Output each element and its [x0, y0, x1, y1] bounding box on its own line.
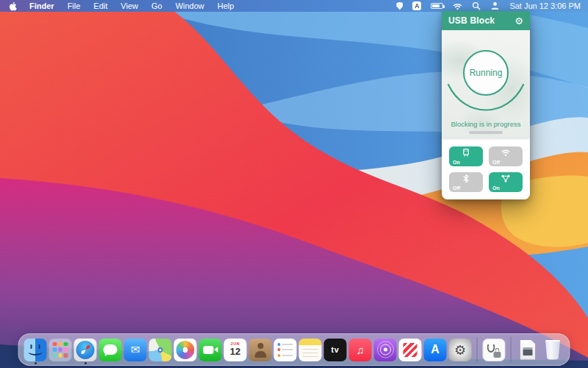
usb-block-status-panel: Running Blocking is in progress: [442, 30, 530, 138]
menu-bar-status: A Sat Jun 12 3: [396, 1, 581, 10]
desktop: Finder File Edit View Go Window Help A: [0, 0, 588, 368]
status-arc: [445, 83, 526, 117]
window-title: USB Block: [448, 15, 495, 26]
dock-item-contacts[interactable]: [249, 339, 272, 361]
dock-item-mail[interactable]: ✉: [124, 339, 147, 361]
dock-item-facetime[interactable]: [199, 339, 222, 361]
battery-icon[interactable]: [431, 3, 443, 9]
status-text: Running: [470, 68, 503, 78]
running-indicator: [35, 362, 37, 364]
dock-item-launchpad[interactable]: [49, 339, 72, 361]
toggle-network-state: On: [492, 185, 500, 191]
blocking-message: Blocking is in progress: [442, 120, 530, 128]
dock-item-music[interactable]: ♫: [349, 339, 372, 361]
spotlight-search-icon[interactable]: [472, 1, 481, 10]
dock-item-photos[interactable]: [174, 339, 197, 361]
dock-item-tv[interactable]: tv: [324, 339, 347, 361]
progress-bar: [469, 131, 503, 134]
menu-item-window[interactable]: Window: [169, 0, 211, 12]
calendar-month: JUN: [224, 342, 247, 346]
usb-icon: [462, 148, 471, 158]
apple-menu-icon[interactable]: [7, 1, 23, 11]
dock-item-document[interactable]: [517, 339, 539, 361]
toggle-wifi[interactable]: Off: [489, 146, 523, 166]
bluetooth-icon: [462, 174, 471, 183]
dock-item-usbblock[interactable]: [483, 339, 506, 361]
toggle-wifi-state: Off: [492, 160, 500, 165]
dock-divider: [477, 337, 478, 362]
toggle-network[interactable]: On: [489, 172, 523, 192]
dock-item-sysprefs[interactable]: ⚙: [449, 339, 472, 361]
toggle-grid: On Off Off: [442, 138, 530, 199]
menu-item-view[interactable]: View: [114, 0, 145, 12]
menu-bar-left: Finder File Edit View Go Window Help: [7, 0, 240, 12]
menu-item-help[interactable]: Help: [211, 0, 241, 12]
menu-bar: Finder File Edit View Go Window Help A: [0, 0, 588, 12]
dock: ✉JUN12tv♫A⚙: [18, 333, 570, 366]
menu-item-file[interactable]: File: [61, 0, 87, 12]
dock-item-calendar[interactable]: JUN12: [224, 339, 247, 361]
shield-status-icon[interactable]: [396, 2, 403, 10]
menu-item-edit[interactable]: Edit: [87, 0, 114, 12]
running-indicator: [85, 362, 87, 364]
dock-item-maps[interactable]: [149, 339, 172, 361]
usb-block-window: USB Block ⚙ Running Blocking is in progr…: [442, 11, 530, 199]
toggle-usb-state: On: [453, 160, 460, 165]
wifi-status-icon[interactable]: [453, 2, 462, 10]
menu-item-go[interactable]: Go: [145, 0, 169, 12]
settings-gear-icon[interactable]: ⚙: [514, 16, 523, 26]
toggle-usb[interactable]: On: [449, 146, 483, 166]
toggle-bluetooth-state: Off: [453, 185, 460, 191]
menu-item-finder[interactable]: Finder: [23, 0, 61, 12]
dock-item-podcasts[interactable]: [374, 339, 397, 361]
dock-item-news[interactable]: [399, 339, 422, 361]
dock-divider: [511, 337, 512, 362]
usb-block-titlebar: USB Block ⚙: [442, 11, 530, 30]
dock-item-messages[interactable]: [99, 339, 122, 361]
network-icon: [501, 174, 511, 183]
dock-item-safari[interactable]: [74, 339, 97, 361]
calendar-day: 12: [224, 347, 247, 356]
dock-item-appstore[interactable]: A: [424, 339, 447, 361]
menu-bar-clock[interactable]: Sat Jun 12 3:06 PM: [509, 1, 581, 10]
input-source-icon[interactable]: A: [412, 1, 421, 10]
dock-item-reminders[interactable]: [274, 339, 297, 361]
wifi-icon: [501, 148, 511, 158]
toggle-bluetooth[interactable]: Off: [449, 172, 483, 192]
dock-item-notes[interactable]: [299, 339, 322, 361]
user-menu-icon[interactable]: [490, 1, 500, 10]
dock-item-finder[interactable]: [24, 339, 47, 361]
dock-item-trash[interactable]: [542, 339, 564, 361]
